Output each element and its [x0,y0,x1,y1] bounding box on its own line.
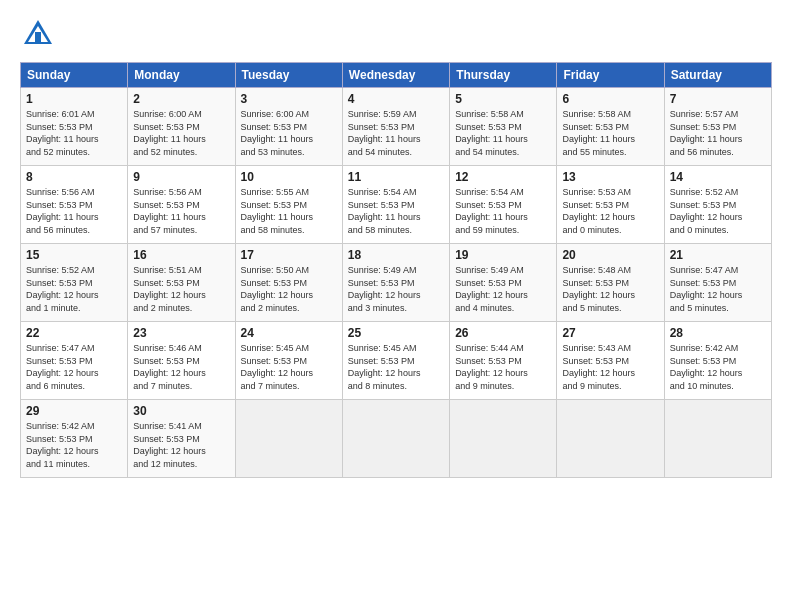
day-number: 3 [241,92,337,106]
calendar: SundayMondayTuesdayWednesdayThursdayFrid… [20,62,772,478]
weekday-header-tuesday: Tuesday [235,63,342,88]
day-number: 5 [455,92,551,106]
day-info: Sunrise: 5:46 AM Sunset: 5:53 PM Dayligh… [133,342,229,392]
day-number: 27 [562,326,658,340]
day-info: Sunrise: 5:53 AM Sunset: 5:53 PM Dayligh… [562,186,658,236]
day-cell [342,400,449,478]
day-info: Sunrise: 6:01 AM Sunset: 5:53 PM Dayligh… [26,108,122,158]
day-cell: 5Sunrise: 5:58 AM Sunset: 5:53 PM Daylig… [450,88,557,166]
day-info: Sunrise: 5:50 AM Sunset: 5:53 PM Dayligh… [241,264,337,314]
day-info: Sunrise: 5:58 AM Sunset: 5:53 PM Dayligh… [562,108,658,158]
day-info: Sunrise: 5:49 AM Sunset: 5:53 PM Dayligh… [348,264,444,314]
day-info: Sunrise: 5:43 AM Sunset: 5:53 PM Dayligh… [562,342,658,392]
day-info: Sunrise: 5:42 AM Sunset: 5:53 PM Dayligh… [670,342,766,392]
day-cell: 24Sunrise: 5:45 AM Sunset: 5:53 PM Dayli… [235,322,342,400]
day-number: 11 [348,170,444,184]
weekday-header-row: SundayMondayTuesdayWednesdayThursdayFrid… [21,63,772,88]
weekday-header-monday: Monday [128,63,235,88]
week-row-1: 8Sunrise: 5:56 AM Sunset: 5:53 PM Daylig… [21,166,772,244]
day-number: 29 [26,404,122,418]
day-info: Sunrise: 5:41 AM Sunset: 5:53 PM Dayligh… [133,420,229,470]
day-cell: 28Sunrise: 5:42 AM Sunset: 5:53 PM Dayli… [664,322,771,400]
day-info: Sunrise: 5:44 AM Sunset: 5:53 PM Dayligh… [455,342,551,392]
week-row-4: 29Sunrise: 5:42 AM Sunset: 5:53 PM Dayli… [21,400,772,478]
day-cell: 13Sunrise: 5:53 AM Sunset: 5:53 PM Dayli… [557,166,664,244]
logo [20,16,60,52]
day-cell: 30Sunrise: 5:41 AM Sunset: 5:53 PM Dayli… [128,400,235,478]
day-info: Sunrise: 5:56 AM Sunset: 5:53 PM Dayligh… [133,186,229,236]
day-number: 24 [241,326,337,340]
day-cell: 16Sunrise: 5:51 AM Sunset: 5:53 PM Dayli… [128,244,235,322]
day-number: 7 [670,92,766,106]
day-info: Sunrise: 5:55 AM Sunset: 5:53 PM Dayligh… [241,186,337,236]
day-number: 15 [26,248,122,262]
day-info: Sunrise: 5:47 AM Sunset: 5:53 PM Dayligh… [670,264,766,314]
week-row-0: 1Sunrise: 6:01 AM Sunset: 5:53 PM Daylig… [21,88,772,166]
day-number: 1 [26,92,122,106]
svg-rect-2 [35,32,41,42]
day-info: Sunrise: 5:54 AM Sunset: 5:53 PM Dayligh… [455,186,551,236]
day-number: 21 [670,248,766,262]
day-info: Sunrise: 5:45 AM Sunset: 5:53 PM Dayligh… [348,342,444,392]
day-number: 4 [348,92,444,106]
weekday-header-sunday: Sunday [21,63,128,88]
day-number: 16 [133,248,229,262]
day-info: Sunrise: 5:48 AM Sunset: 5:53 PM Dayligh… [562,264,658,314]
day-number: 26 [455,326,551,340]
logo-icon [20,16,56,52]
day-info: Sunrise: 5:59 AM Sunset: 5:53 PM Dayligh… [348,108,444,158]
day-cell: 22Sunrise: 5:47 AM Sunset: 5:53 PM Dayli… [21,322,128,400]
day-info: Sunrise: 5:42 AM Sunset: 5:53 PM Dayligh… [26,420,122,470]
day-number: 12 [455,170,551,184]
day-cell: 10Sunrise: 5:55 AM Sunset: 5:53 PM Dayli… [235,166,342,244]
day-cell: 4Sunrise: 5:59 AM Sunset: 5:53 PM Daylig… [342,88,449,166]
day-number: 20 [562,248,658,262]
day-number: 2 [133,92,229,106]
day-info: Sunrise: 5:58 AM Sunset: 5:53 PM Dayligh… [455,108,551,158]
day-number: 28 [670,326,766,340]
day-cell: 29Sunrise: 5:42 AM Sunset: 5:53 PM Dayli… [21,400,128,478]
day-info: Sunrise: 5:54 AM Sunset: 5:53 PM Dayligh… [348,186,444,236]
day-number: 22 [26,326,122,340]
header [20,16,772,52]
day-info: Sunrise: 5:49 AM Sunset: 5:53 PM Dayligh… [455,264,551,314]
day-cell: 9Sunrise: 5:56 AM Sunset: 5:53 PM Daylig… [128,166,235,244]
day-cell: 21Sunrise: 5:47 AM Sunset: 5:53 PM Dayli… [664,244,771,322]
day-cell: 23Sunrise: 5:46 AM Sunset: 5:53 PM Dayli… [128,322,235,400]
day-number: 8 [26,170,122,184]
day-number: 17 [241,248,337,262]
day-cell [557,400,664,478]
day-info: Sunrise: 5:57 AM Sunset: 5:53 PM Dayligh… [670,108,766,158]
day-info: Sunrise: 5:47 AM Sunset: 5:53 PM Dayligh… [26,342,122,392]
day-number: 30 [133,404,229,418]
day-info: Sunrise: 5:52 AM Sunset: 5:53 PM Dayligh… [26,264,122,314]
weekday-header-wednesday: Wednesday [342,63,449,88]
week-row-3: 22Sunrise: 5:47 AM Sunset: 5:53 PM Dayli… [21,322,772,400]
day-cell: 26Sunrise: 5:44 AM Sunset: 5:53 PM Dayli… [450,322,557,400]
day-cell: 12Sunrise: 5:54 AM Sunset: 5:53 PM Dayli… [450,166,557,244]
day-cell: 19Sunrise: 5:49 AM Sunset: 5:53 PM Dayli… [450,244,557,322]
day-number: 25 [348,326,444,340]
weekday-header-thursday: Thursday [450,63,557,88]
day-cell: 3Sunrise: 6:00 AM Sunset: 5:53 PM Daylig… [235,88,342,166]
day-number: 10 [241,170,337,184]
day-number: 23 [133,326,229,340]
day-cell [664,400,771,478]
day-number: 19 [455,248,551,262]
day-number: 6 [562,92,658,106]
day-cell: 7Sunrise: 5:57 AM Sunset: 5:53 PM Daylig… [664,88,771,166]
day-info: Sunrise: 6:00 AM Sunset: 5:53 PM Dayligh… [133,108,229,158]
day-cell: 20Sunrise: 5:48 AM Sunset: 5:53 PM Dayli… [557,244,664,322]
weekday-header-friday: Friday [557,63,664,88]
day-cell: 2Sunrise: 6:00 AM Sunset: 5:53 PM Daylig… [128,88,235,166]
day-number: 9 [133,170,229,184]
day-info: Sunrise: 5:52 AM Sunset: 5:53 PM Dayligh… [670,186,766,236]
day-cell: 27Sunrise: 5:43 AM Sunset: 5:53 PM Dayli… [557,322,664,400]
day-cell: 17Sunrise: 5:50 AM Sunset: 5:53 PM Dayli… [235,244,342,322]
day-info: Sunrise: 6:00 AM Sunset: 5:53 PM Dayligh… [241,108,337,158]
weekday-header-saturday: Saturday [664,63,771,88]
day-number: 13 [562,170,658,184]
day-info: Sunrise: 5:56 AM Sunset: 5:53 PM Dayligh… [26,186,122,236]
day-cell: 1Sunrise: 6:01 AM Sunset: 5:53 PM Daylig… [21,88,128,166]
day-cell: 8Sunrise: 5:56 AM Sunset: 5:53 PM Daylig… [21,166,128,244]
